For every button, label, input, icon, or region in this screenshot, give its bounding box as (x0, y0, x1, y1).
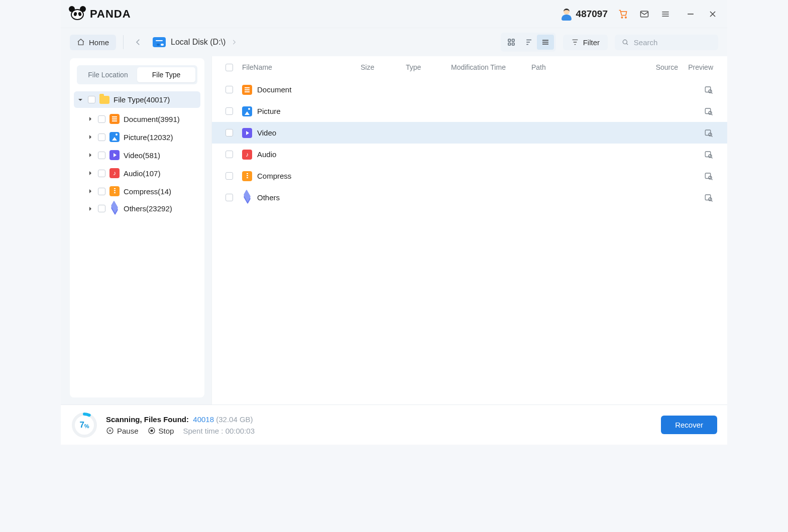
minimize-icon[interactable] (685, 9, 696, 20)
checkbox[interactable] (226, 86, 233, 93)
svg-point-1 (625, 17, 627, 18)
total-size: (32.04 GB) (216, 415, 253, 424)
svg-rect-27 (705, 108, 711, 114)
tree-item-label: Video(581) (124, 151, 160, 160)
svg-rect-11 (508, 43, 511, 46)
col-header-size[interactable]: Size (361, 63, 406, 71)
checkbox[interactable] (226, 129, 233, 137)
ft-aud-icon (109, 168, 120, 178)
tree-item[interactable]: Video(581) (74, 146, 200, 164)
col-header-mod[interactable]: Modification Time (451, 63, 531, 71)
user-account[interactable]: 487097 (561, 9, 608, 20)
tree-item[interactable]: Document(3991) (74, 110, 200, 128)
svg-point-34 (709, 155, 712, 158)
svg-point-31 (709, 133, 712, 136)
table-row[interactable]: Video (212, 122, 727, 144)
breadcrumb[interactable]: Local Disk (D:\) (153, 37, 238, 47)
table-row[interactable]: Compress (212, 165, 727, 187)
table-row[interactable]: Document (212, 79, 727, 100)
ft-vid-icon (242, 128, 252, 138)
preview-button[interactable] (678, 150, 713, 159)
sidebar-tabs: File Location File Type (77, 65, 197, 84)
checkbox[interactable] (98, 205, 105, 212)
table-row[interactable]: Picture (212, 100, 727, 122)
checkbox[interactable] (98, 115, 105, 123)
home-label: Home (89, 38, 109, 47)
search-icon (622, 38, 629, 46)
ft-pic-icon (109, 132, 120, 142)
svg-point-37 (709, 176, 712, 179)
preview-button[interactable] (678, 172, 713, 181)
breadcrumb-label: Local Disk (D:\) (171, 38, 226, 47)
tree-item-label: Others(23292) (124, 204, 172, 213)
view-grid-button[interactable] (503, 35, 520, 50)
checkbox[interactable] (226, 151, 233, 158)
pause-button[interactable]: Pause (106, 427, 139, 435)
home-button[interactable]: Home (70, 35, 116, 50)
tab-file-location[interactable]: File Location (79, 67, 137, 82)
view-detail-button[interactable] (520, 35, 537, 50)
svg-rect-24 (705, 87, 711, 92)
svg-rect-39 (705, 195, 711, 200)
user-id-value: 487097 (576, 9, 608, 20)
col-header-source[interactable]: Source (633, 63, 678, 71)
checkbox[interactable] (98, 134, 105, 141)
app-logo: PANDA (70, 6, 131, 22)
tree-item-label: Audio(107) (124, 169, 160, 178)
row-name: Compress (257, 172, 291, 180)
preview-button[interactable] (678, 193, 713, 202)
hamburger-menu-icon[interactable] (660, 9, 671, 20)
checkbox[interactable] (88, 96, 95, 103)
checkbox[interactable] (98, 170, 105, 177)
view-list-button[interactable] (537, 35, 554, 50)
preview-button[interactable] (678, 107, 713, 116)
row-name: Video (257, 128, 276, 137)
checkbox-all[interactable] (226, 64, 233, 71)
svg-rect-36 (705, 173, 711, 179)
back-button[interactable] (131, 35, 146, 50)
tree-item[interactable]: Others(23292) (74, 200, 200, 217)
preview-button[interactable] (678, 128, 713, 138)
tab-file-type[interactable]: File Type (137, 67, 195, 82)
filter-icon (571, 38, 579, 46)
tree-item[interactable]: Compress(14) (74, 182, 200, 200)
filter-button[interactable]: Filter (563, 35, 608, 50)
table-row[interactable]: Others (212, 187, 727, 208)
col-header-path[interactable]: Path (531, 63, 633, 71)
tree-item[interactable]: Picture(12032) (74, 128, 200, 146)
stop-button[interactable]: Stop (148, 427, 174, 435)
svg-rect-12 (512, 43, 514, 46)
preview-button[interactable] (678, 85, 713, 94)
chevron-right-icon (88, 189, 94, 194)
pause-label: Pause (117, 427, 139, 435)
table-header: FileName Size Type Modification Time Pat… (212, 56, 727, 79)
checkbox[interactable] (226, 107, 233, 115)
ft-doc-icon (109, 114, 120, 124)
svg-point-0 (621, 17, 623, 18)
col-header-type[interactable]: Type (406, 63, 451, 71)
tree-root-file-type[interactable]: File Type(40017) (74, 91, 200, 108)
search-box[interactable] (615, 35, 718, 50)
recover-button[interactable]: Recover (661, 416, 717, 434)
tree-item[interactable]: Audio(107) (74, 164, 200, 182)
search-input[interactable] (634, 38, 711, 47)
cart-icon[interactable] (618, 9, 629, 20)
col-header-preview[interactable]: Preview (678, 63, 713, 71)
ft-vid-icon (109, 150, 120, 160)
checkbox[interactable] (226, 172, 233, 180)
checkbox[interactable] (226, 194, 233, 201)
chevron-down-icon (78, 97, 84, 102)
scan-label: Scanning, Files Found: (106, 415, 189, 424)
view-toggle (501, 33, 556, 52)
ft-zip-icon (109, 186, 120, 196)
row-name: Audio (257, 150, 276, 159)
table-row[interactable]: Audio (212, 144, 727, 165)
ft-oth-icon (242, 194, 252, 202)
checkbox[interactable] (98, 188, 105, 195)
checkbox[interactable] (98, 152, 105, 159)
svg-point-44 (107, 428, 113, 434)
svg-line-29 (711, 114, 712, 115)
col-header-name[interactable]: FileName (240, 63, 361, 71)
mail-icon[interactable] (639, 9, 650, 20)
close-icon[interactable] (707, 9, 718, 20)
